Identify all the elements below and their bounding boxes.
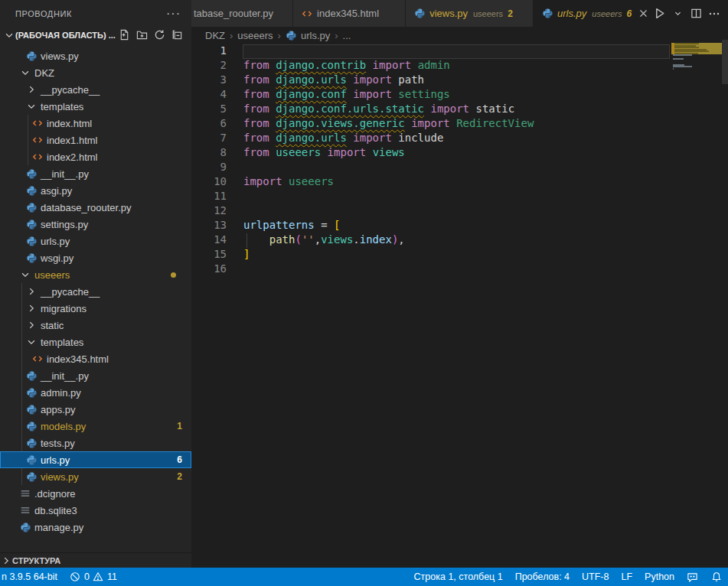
- code-line-1[interactable]: 1: [191, 44, 728, 58]
- indentation-indicator[interactable]: Пробелов: 4: [509, 568, 576, 586]
- more-icon[interactable]: [707, 5, 722, 22]
- tree-item-useeers[interactable]: useeers: [0, 266, 191, 283]
- tree-item-DKZ[interactable]: DKZ: [0, 64, 191, 81]
- breadcrumb-item-useeers[interactable]: useeers: [237, 30, 273, 41]
- tree-item-label: views.py: [41, 50, 79, 62]
- tree-item-manage.py[interactable]: manage.py: [0, 519, 191, 536]
- chevron-down-icon: [25, 336, 38, 348]
- breadcrumb-item-...[interactable]: ...: [343, 30, 351, 41]
- code-line-3[interactable]: 3from django.urls import path: [191, 73, 728, 87]
- outline-section-header[interactable]: СТРУКТУРА: [0, 552, 191, 568]
- split-editor-icon[interactable]: [688, 5, 704, 22]
- tree-item-urls.py[interactable]: urls.py: [0, 233, 191, 249]
- tab-views.py[interactable]: views.pyuseeers2: [406, 0, 534, 27]
- chevron-down-small-icon[interactable]: [670, 5, 685, 22]
- code-editor[interactable]: 12from django.contrib import admin3from …: [191, 44, 728, 276]
- tree-item-__init__.py[interactable]: __init__.py: [0, 367, 191, 384]
- problems-indicator[interactable]: 0 11: [64, 568, 123, 586]
- tab-urls.py[interactable]: urls.pyuseeers6: [534, 0, 651, 27]
- code-line-15[interactable]: 15]: [191, 247, 728, 262]
- code-line-9[interactable]: 9: [191, 160, 728, 174]
- tree-item-__pycache__[interactable]: __pycache__: [0, 81, 191, 98]
- eol-indicator[interactable]: LF: [615, 568, 638, 586]
- explorer-actions: [119, 29, 184, 41]
- minimap-line: [673, 58, 684, 60]
- run-icon[interactable]: [651, 5, 667, 22]
- code-line-10[interactable]: 10import useeers: [191, 174, 728, 189]
- breadcrumb-separator: ›: [278, 30, 281, 41]
- workspace-section-header[interactable]: (РАБОЧАЯ ОБЛАСТЬ) ...: [0, 27, 191, 44]
- new-file-icon[interactable]: [119, 29, 131, 41]
- tree-item-models.py[interactable]: models.py1: [0, 418, 191, 435]
- python-icon: [25, 50, 38, 62]
- code-line-4[interactable]: 4from django.conf import settings: [191, 87, 728, 102]
- editor-scrollbar[interactable]: [722, 40, 728, 568]
- tree-item-migrations[interactable]: migrations: [0, 300, 191, 317]
- tree-item-label: wsgi.py: [41, 252, 73, 264]
- tree-item-apps.py[interactable]: apps.py: [0, 401, 191, 418]
- close-icon[interactable]: [638, 8, 648, 20]
- notifications-button[interactable]: [704, 568, 728, 586]
- code-line-11[interactable]: 11: [191, 189, 728, 203]
- code-line-5[interactable]: 5from django.conf.urls.static import sta…: [191, 102, 728, 116]
- collapse-all-icon[interactable]: [171, 29, 184, 41]
- code-line-2[interactable]: 2from django.contrib import admin: [191, 58, 728, 73]
- encoding-indicator[interactable]: UTF-8: [576, 568, 615, 586]
- python-version-indicator[interactable]: n 3.9.5 64-bit: [0, 568, 64, 586]
- tree-item-label: urls.py: [41, 454, 70, 466]
- breadcrumb-item-DKZ[interactable]: DKZ: [205, 30, 225, 41]
- line-number: 5: [191, 102, 227, 116]
- refresh-icon[interactable]: [154, 29, 166, 41]
- tree-item-static[interactable]: static: [0, 317, 191, 334]
- code-line-text: from django.conf import settings: [243, 87, 450, 102]
- tree-item-database_roouter.py[interactable]: database_roouter.py: [0, 199, 191, 216]
- code-line-13[interactable]: 13urlpatterns = [: [191, 218, 728, 233]
- tree-item-db.sqlite3[interactable]: db.sqlite3: [0, 502, 191, 519]
- chevron-right-icon: [25, 319, 38, 331]
- code-line-7[interactable]: 7from django.urls import include: [191, 131, 728, 145]
- code-line-16[interactable]: 16: [191, 262, 728, 276]
- tree-item-tests.py[interactable]: tests.py: [0, 435, 191, 451]
- tab-index345.html[interactable]: index345.html: [293, 0, 406, 27]
- new-folder-icon[interactable]: [136, 29, 149, 41]
- python-icon: [19, 521, 31, 533]
- list-icon: [19, 504, 31, 516]
- tree-item-urls.py[interactable]: urls.py6: [0, 451, 191, 468]
- html-icon: [31, 353, 44, 365]
- breadcrumb-item-urls.py[interactable]: urls.py: [286, 30, 330, 42]
- python-icon: [25, 168, 38, 180]
- tree-item-index345.html[interactable]: index345.html: [0, 350, 191, 367]
- tree-item-admin.py[interactable]: admin.py: [0, 384, 191, 401]
- minimap[interactable]: [671, 40, 722, 132]
- minimap-line: [673, 66, 692, 67]
- code-line-6[interactable]: 6from django.views.generic import Redire…: [191, 116, 728, 131]
- language-mode-indicator[interactable]: Python: [638, 568, 681, 586]
- code-line-12[interactable]: 12: [191, 203, 728, 218]
- code-line-8[interactable]: 8from useeers import views: [191, 145, 728, 160]
- code-line-14[interactable]: 14 path('',views.index),: [191, 233, 728, 247]
- tree-item-__pycache__[interactable]: __pycache__: [0, 283, 191, 300]
- tree-item-templates[interactable]: templates: [0, 98, 191, 115]
- tree-item-wsgi.py[interactable]: wsgi.py: [0, 249, 191, 266]
- line-number: 7: [191, 131, 227, 145]
- tree-item-index2.html[interactable]: index2.html: [0, 148, 191, 165]
- feedback-button[interactable]: [681, 568, 704, 586]
- scrollbar-slider[interactable]: [722, 40, 728, 84]
- tree-item-.dcignore[interactable]: .dcignore: [0, 485, 191, 502]
- tree-item-views.py[interactable]: views.py2: [0, 468, 191, 485]
- line-number: 11: [191, 189, 227, 203]
- python-icon: [25, 252, 38, 264]
- explorer-more-icon[interactable]: ···: [166, 7, 181, 21]
- tree-item-index.html[interactable]: index.html: [0, 115, 191, 132]
- tree-item-settings.py[interactable]: settings.py: [0, 216, 191, 233]
- tab-tabase_roouter.py[interactable]: tabase_roouter.py: [191, 0, 293, 27]
- tab-problem-badge: 2: [508, 8, 513, 19]
- tree-item-views.py[interactable]: views.py: [0, 47, 191, 64]
- tree-item-asgi.py[interactable]: asgi.py: [0, 182, 191, 199]
- tree-item-__init__.py[interactable]: __init__.py: [0, 165, 191, 182]
- tree-item-index1.html[interactable]: index1.html: [0, 132, 191, 148]
- breadcrumb[interactable]: DKZ›useeers›urls.py›...: [191, 28, 728, 44]
- tree-item-templates[interactable]: templates: [0, 334, 191, 350]
- list-icon: [19, 487, 31, 500]
- cursor-position-indicator[interactable]: Строка 1, столбец 1: [408, 568, 509, 586]
